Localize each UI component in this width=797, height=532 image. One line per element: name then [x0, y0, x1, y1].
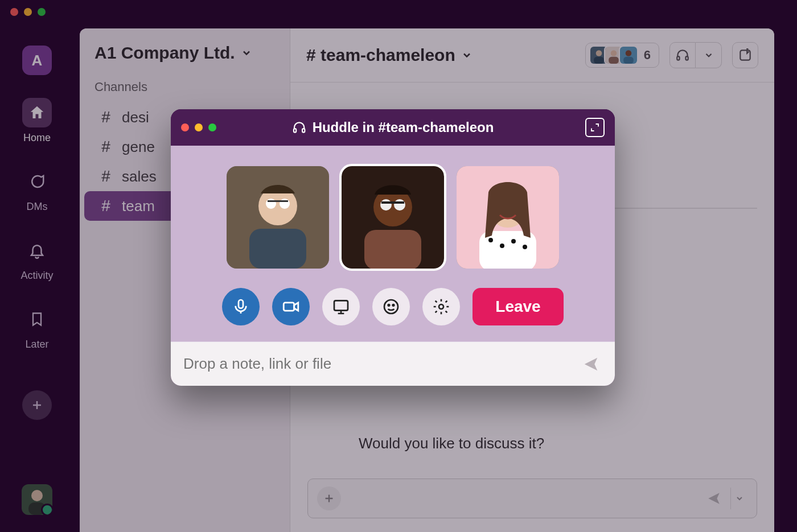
participant-tile[interactable]: [457, 166, 559, 269]
huddle-window-controls: [181, 123, 216, 131]
huddle-window: Huddle in #team-chameleon: [171, 109, 615, 386]
svg-rect-28: [364, 230, 421, 269]
svg-point-35: [523, 245, 527, 249]
svg-rect-15: [294, 129, 296, 132]
svg-point-19: [266, 199, 276, 209]
svg-point-39: [384, 300, 398, 314]
huddle-header: Huddle in #team-chameleon: [171, 109, 615, 146]
gear-icon: [432, 298, 450, 316]
leave-label: Leave: [495, 298, 540, 316]
camera-toggle-button[interactable]: [272, 288, 310, 325]
svg-rect-36: [239, 300, 243, 308]
huddle-title-text: Huddle in #team-chameleon: [313, 119, 494, 135]
huddle-participants: [187, 166, 599, 269]
screen-share-icon: [332, 298, 350, 316]
camera-icon: [281, 297, 301, 316]
expand-icon: [590, 122, 600, 133]
send-icon: [582, 356, 599, 373]
huddle-note-composer: [171, 341, 615, 386]
svg-point-41: [393, 304, 395, 306]
svg-rect-16: [302, 129, 305, 132]
mic-toggle-button[interactable]: [222, 288, 260, 325]
svg-rect-27: [381, 201, 404, 204]
svg-point-42: [439, 304, 443, 309]
huddle-note-input[interactable]: [183, 355, 580, 373]
svg-point-26: [394, 199, 405, 211]
huddle-controls: Leave: [187, 288, 599, 325]
svg-point-34: [511, 239, 516, 244]
svg-point-33: [500, 244, 504, 248]
participant-tile[interactable]: [342, 166, 444, 269]
svg-rect-22: [249, 229, 306, 269]
close-window-dot[interactable]: [181, 123, 189, 131]
svg-point-40: [388, 304, 390, 306]
huddle-settings-button[interactable]: [422, 288, 460, 325]
svg-rect-38: [334, 300, 348, 310]
headphones-icon: [292, 120, 307, 135]
svg-rect-21: [268, 200, 288, 202]
svg-point-32: [488, 238, 493, 242]
minimize-window-dot[interactable]: [195, 123, 203, 131]
leave-huddle-button[interactable]: Leave: [473, 288, 563, 325]
emoji-icon: [382, 298, 400, 316]
screen-share-button[interactable]: [322, 288, 360, 325]
huddle-expand-button[interactable]: [585, 118, 605, 137]
emoji-reaction-button[interactable]: [372, 288, 410, 325]
huddle-body: Leave: [171, 146, 615, 341]
app-root: A Home DMs Activity Later: [0, 0, 797, 532]
maximize-window-dot[interactable]: [208, 123, 216, 131]
svg-point-25: [380, 199, 392, 211]
mic-icon: [232, 298, 250, 316]
huddle-send-button[interactable]: [580, 353, 602, 376]
participant-tile[interactable]: [227, 166, 329, 269]
svg-point-20: [280, 199, 290, 209]
huddle-title: Huddle in #team-chameleon: [292, 119, 494, 135]
svg-rect-37: [284, 303, 294, 311]
